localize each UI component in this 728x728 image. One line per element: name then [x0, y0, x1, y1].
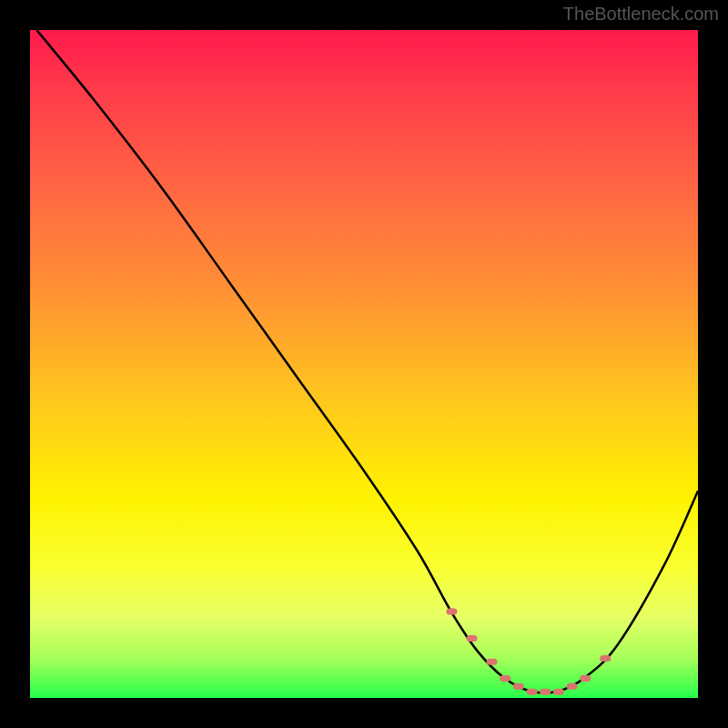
chart-plot-area [30, 30, 698, 698]
bottleneck-curve-path [36, 30, 698, 693]
marker-dot [446, 609, 457, 615]
marker-dot [600, 655, 611, 662]
marker-dot [567, 683, 578, 690]
marker-dot [486, 659, 497, 665]
marker-dot [466, 635, 477, 642]
marker-dot [513, 683, 524, 690]
watermark-text: TheBottleneck.com [563, 4, 719, 25]
bottleneck-curve-svg [30, 30, 698, 698]
marker-dot [500, 675, 511, 682]
marker-dot [553, 689, 564, 695]
marker-dot [527, 689, 538, 695]
optimal-range-markers [446, 609, 611, 695]
marker-dot [540, 689, 551, 695]
marker-dot [580, 675, 591, 682]
